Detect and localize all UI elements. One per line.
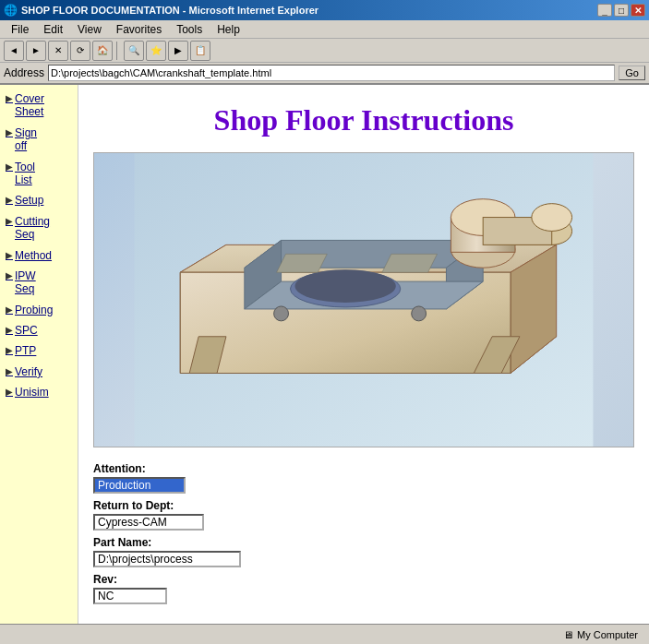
nav-cutting-seq[interactable]: ▶ CuttingSeq xyxy=(0,211,78,245)
history-button[interactable]: 📋 xyxy=(190,41,210,61)
close-button[interactable]: ✕ xyxy=(631,4,645,17)
form-section: Attention: Return to Dept: Part Name: Re… xyxy=(78,455,649,617)
go-button[interactable]: Go xyxy=(619,66,645,80)
nav-label-setup: Setup xyxy=(15,194,43,207)
page-heading: Shop Floor Instructions xyxy=(78,85,649,152)
status-bar: 🖥 My Computer xyxy=(0,624,649,644)
nav-label-unisim: Unisim xyxy=(15,386,49,399)
nav-label-ipw: IPWSeq xyxy=(15,269,36,296)
model-3d-svg xyxy=(94,153,633,447)
menu-edit[interactable]: Edit xyxy=(36,21,70,38)
back-button[interactable]: ◄ xyxy=(4,41,24,61)
svg-point-18 xyxy=(274,306,289,321)
minimize-button[interactable]: _ xyxy=(597,4,612,17)
left-nav: ▶ CoverSheet ▶ Signoff ▶ ToolList ▶ Setu… xyxy=(0,85,78,624)
nav-arrow-spc: ▶ xyxy=(6,325,13,335)
attention-input[interactable] xyxy=(93,477,186,494)
computer-icon: 🖥 xyxy=(563,629,573,640)
svg-point-17 xyxy=(532,204,572,232)
nav-arrow-method: ▶ xyxy=(6,250,13,260)
nav-spc[interactable]: ▶ SPC xyxy=(0,320,78,340)
status-computer: 🖥 My Computer xyxy=(563,629,645,640)
refresh-button[interactable]: ⟳ xyxy=(70,41,90,61)
ie-icon: 🌐 xyxy=(4,4,18,17)
return-dept-input[interactable] xyxy=(93,514,204,531)
menu-help[interactable]: Help xyxy=(210,21,247,38)
nav-ptp[interactable]: ▶ PTP xyxy=(0,340,78,361)
nav-label-sign: Signoff xyxy=(15,126,37,153)
toolbar: ◄ ► ✕ ⟳ 🏠 🔍 ⭐ ▶ 📋 xyxy=(0,39,649,63)
window-title: SHOP FLOOR DOCUMENTATION - Microsoft Int… xyxy=(21,5,318,16)
svg-marker-21 xyxy=(382,254,438,272)
menu-file[interactable]: File xyxy=(4,21,36,38)
svg-marker-20 xyxy=(277,254,328,272)
maximize-button[interactable]: □ xyxy=(614,4,629,17)
nav-verify[interactable]: ▶ Verify xyxy=(0,362,78,382)
nav-arrow-tool: ▶ xyxy=(6,161,13,172)
forward-button[interactable]: ► xyxy=(26,41,46,61)
nav-unisim[interactable]: ▶ Unisim xyxy=(0,382,78,402)
window-title-bar: 🌐 SHOP FLOOR DOCUMENTATION - Microsoft I… xyxy=(0,0,649,20)
nav-label-probing: Probing xyxy=(15,304,53,316)
toolbar-separator xyxy=(116,42,120,60)
search-button[interactable]: 🔍 xyxy=(124,41,144,61)
nav-arrow-ipw: ▶ xyxy=(6,270,13,280)
menu-view[interactable]: View xyxy=(70,21,109,38)
nav-arrow-setup: ▶ xyxy=(6,195,13,205)
nav-cover-sheet[interactable]: ▶ CoverSheet xyxy=(0,89,78,123)
nav-arrow-verify: ▶ xyxy=(6,366,13,376)
nav-arrow-probing: ▶ xyxy=(6,304,13,315)
home-button[interactable]: 🏠 xyxy=(92,41,113,61)
media-button[interactable]: ▶ xyxy=(168,41,188,61)
nav-method[interactable]: ▶ Method xyxy=(0,245,78,266)
nav-label-spc: SPC xyxy=(15,324,38,337)
address-input[interactable] xyxy=(48,65,615,81)
nav-arrow-cover: ▶ xyxy=(6,93,13,103)
nav-label-cutting: CuttingSeq xyxy=(15,215,50,242)
window-controls: _ □ ✕ xyxy=(597,4,645,17)
nav-arrow-sign: ▶ xyxy=(6,127,13,137)
return-dept-label: Return to Dept: xyxy=(93,499,634,512)
nav-setup[interactable]: ▶ Setup xyxy=(0,190,78,210)
address-bar: Address Go xyxy=(0,63,649,85)
page-area: ▶ CoverSheet ▶ Signoff ▶ ToolList ▶ Setu… xyxy=(0,85,649,624)
nav-probing[interactable]: ▶ Probing xyxy=(0,300,78,320)
favorites-button[interactable]: ⭐ xyxy=(146,41,166,61)
part-name-label: Part Name: xyxy=(93,536,634,549)
svg-point-19 xyxy=(412,306,427,321)
nav-arrow-unisim: ▶ xyxy=(6,387,13,397)
menu-favorites[interactable]: Favorites xyxy=(109,21,169,38)
nav-arrow-cutting: ▶ xyxy=(6,216,13,226)
part-name-input[interactable] xyxy=(93,551,241,567)
stop-button[interactable]: ✕ xyxy=(48,41,68,61)
computer-label: My Computer xyxy=(577,629,638,640)
main-content: Shop Floor Instructions xyxy=(78,85,649,624)
svg-point-11 xyxy=(294,269,395,303)
menu-bar: File Edit View Favorites Tools Help xyxy=(0,20,649,39)
rev-label: Rev: xyxy=(93,573,634,586)
nav-ipw-seq[interactable]: ▶ IPWSeq xyxy=(0,266,78,300)
nav-tool-list[interactable]: ▶ ToolList xyxy=(0,157,78,191)
rev-input[interactable] xyxy=(93,588,167,604)
menu-tools[interactable]: Tools xyxy=(169,21,210,38)
attention-label: Attention: xyxy=(93,462,634,475)
address-label: Address xyxy=(4,66,44,79)
nav-label-ptp: PTP xyxy=(15,344,36,357)
nav-arrow-ptp: ▶ xyxy=(6,345,13,355)
nav-sign-off[interactable]: ▶ Signoff xyxy=(0,123,78,157)
model-image-container xyxy=(93,152,634,447)
nav-label-verify: Verify xyxy=(15,365,42,378)
nav-label-tool: ToolList xyxy=(15,161,35,187)
nav-label-method: Method xyxy=(15,249,52,262)
nav-label-cover: CoverSheet xyxy=(15,92,44,119)
